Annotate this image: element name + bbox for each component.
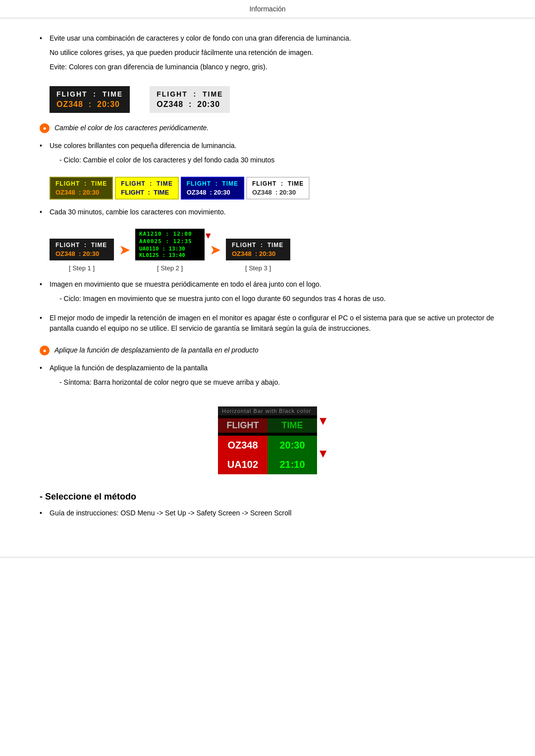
select-method-bullet: • Guía de instrucciones: OSD Menu -> Set…: [40, 508, 495, 522]
bullet-text-1: Evite usar una combinación de caracteres…: [50, 33, 495, 76]
hbar-display: Horizontal Bar with Black color FLIGHT T…: [218, 406, 317, 474]
step-area: FLIGHT : TIME OZ348 : 20:30 [ Step 1 ] ➤…: [50, 229, 495, 272]
circle-note-1-text: Cambie el color de los caracteres periód…: [54, 123, 209, 133]
flight-box-light: FLIGHT : TIME OZ348 : 20:30: [150, 86, 230, 113]
hbar-title-text: Horizontal Bar with Black color: [222, 408, 311, 414]
circle-note-2-text: Aplique la función de desplazamiento de …: [54, 345, 259, 355]
bullet4-sub1: - Ciclo: Imagen en movimiento que se mue…: [59, 294, 495, 304]
bullet3-main: Cada 30 minutos, cambie los caracteres c…: [50, 207, 495, 217]
hbar-row1: FLIGHT TIME: [218, 418, 317, 433]
hbar-row2-right: 20:30: [268, 436, 317, 455]
bullet-dot-5: •: [40, 314, 50, 322]
step2-down-arrow: ▼: [204, 231, 213, 241]
blue-row2: OZ348 : 20:30: [187, 189, 238, 196]
main-content: • Evite usar una combinación de caracter…: [0, 18, 535, 542]
step1-to-step2-arrow: ➤: [119, 242, 130, 258]
bullet-text-4: Imagen en movimiento que se muestra peri…: [50, 279, 495, 308]
step1-label: [ Step 1 ]: [69, 264, 95, 272]
step2-row1: KA1210 : 12:00: [139, 231, 201, 237]
bullet-dot-1: •: [40, 34, 50, 42]
bullet-item-3: • Cada 30 minutos, cambie los caracteres…: [40, 207, 495, 221]
bullet5-main: El mejor modo de impedir la retención de…: [50, 313, 495, 334]
step-box-1: FLIGHT : TIME OZ348 : 20:30 [ Step 1 ]: [50, 239, 114, 272]
bullet6-sub1: - Síntoma: Barra horizontal de color neg…: [59, 377, 495, 388]
step3-row2: OZ348 : 20:30: [232, 250, 284, 257]
hbar-row2: OZ348 20:30: [218, 436, 317, 455]
yellow-row1: FLIGHT : TIME: [121, 180, 172, 187]
bullet6-main: Aplique la función de desplazamiento de …: [50, 363, 495, 373]
bullet2-main: Use colores brillantes con pequeña difer…: [50, 141, 495, 151]
bullet1-sub2: Evite: Colores con gran diferencia de lu…: [50, 62, 495, 72]
hbar-row3: UA102 21:10: [218, 455, 317, 474]
color-cycle-area: FLIGHT : TIME OZ348 : 20:30 FLIGHT : TIM…: [50, 177, 495, 200]
color-box-green: FLIGHT : TIME OZ348 : 20:30: [50, 177, 113, 200]
step2-to-step3-arrow: ➤: [210, 242, 221, 258]
hbar-row3-right: 21:10: [268, 455, 317, 474]
hbar-title-row: Horizontal Bar with Black color: [218, 406, 317, 415]
color-box-yellow: FLIGHT : TIME FLIGHT : TIME: [115, 177, 178, 200]
header-title: Información: [249, 5, 285, 13]
hbar-row1-right: TIME: [268, 418, 317, 433]
select-method-section: - Seleccione el método • Guía de instruc…: [40, 492, 495, 522]
circle-icon-1: ●: [40, 123, 50, 133]
yellow-row2: FLIGHT : TIME: [121, 189, 172, 196]
bullet-item-1: • Evite usar una combinación de caracter…: [40, 33, 495, 76]
color-box-blue: FLIGHT : TIME OZ348 : 20:30: [181, 177, 244, 200]
bullet1-sub1: No utilice colores grises, ya que pueden…: [50, 48, 495, 58]
step2-row2: UA0110 : 13:30: [139, 246, 201, 252]
step2-container: KA1210 : 12:00 AA0025 : 12:35 UA0110 : 1…: [135, 229, 205, 260]
step3-row1: FLIGHT : TIME: [232, 242, 284, 249]
display-comparison: FLIGHT : TIME OZ348 : 20:30 FLIGHT : TIM…: [50, 86, 495, 113]
step3-label: [ Step 3 ]: [245, 264, 271, 272]
bullet4-main: Imagen en movimiento que se muestra peri…: [50, 279, 495, 290]
bullet-text-5: El mejor modo de impedir la retención de…: [50, 313, 495, 338]
bullet-item-4: • Imagen en movimiento que se muestra pe…: [40, 279, 495, 308]
blue-row1: FLIGHT : TIME: [187, 180, 238, 187]
select-method-title: - Seleccione el método: [40, 492, 495, 502]
hbar-row1-left: FLIGHT: [218, 418, 268, 433]
bullet1-main: Evite usar una combinación de caracteres…: [50, 33, 495, 44]
bullet2-sub1: - Ciclo: Cambie el color de los caracter…: [59, 155, 495, 165]
circle-icon-2: ●: [40, 346, 50, 355]
hbar-container: Horizontal Bar with Black color FLIGHT T…: [218, 399, 317, 482]
page-footer: [0, 557, 535, 562]
dark-box-row1: FLIGHT : TIME: [56, 90, 123, 98]
step1-display: FLIGHT : TIME OZ348 : 20:30: [50, 239, 114, 260]
green-row1: FLIGHT : TIME: [55, 180, 107, 187]
hbar-arrow-2: ▼: [317, 447, 329, 460]
step-box-3: FLIGHT : TIME OZ348 : 20:30 [ Step 3 ]: [226, 239, 290, 272]
step2-display: KA1210 : 12:00 AA0025 : 12:35 UA0110 : 1…: [135, 229, 205, 260]
dark-box-row2: OZ348 : 20:30: [56, 100, 123, 109]
select-bullet-dot: •: [40, 509, 50, 517]
bullet-dot-3: •: [40, 208, 50, 216]
bullet-item-2: • Use colores brillantes con pequeña dif…: [40, 141, 495, 169]
circle-note-1: ● Cambie el color de los caracteres peri…: [40, 123, 495, 133]
step2-row1b: AA0025 : 12:35: [139, 238, 201, 245]
bullet-item-6: • Aplique la función de desplazamiento d…: [40, 363, 495, 392]
hbar-arrows: ▼ ▼: [317, 414, 329, 460]
white-row1: FLIGHT : TIME: [252, 180, 304, 187]
hbar-row3-left: UA102: [218, 455, 268, 474]
bullet-dot-6: •: [40, 364, 50, 372]
hbar-wrapper: Horizontal Bar with Black color FLIGHT T…: [40, 399, 495, 482]
step2-label: [ Step 2 ]: [157, 264, 183, 272]
step-box-2: KA1210 : 12:00 AA0025 : 12:35 UA0110 : 1…: [135, 229, 205, 272]
bullet-item-5: • El mejor modo de impedir la retención …: [40, 313, 495, 338]
circle-note-2: ● Aplique la función de desplazamiento d…: [40, 345, 495, 355]
hbar-row2-left: OZ348: [218, 436, 268, 455]
color-box-white: FLIGHT : TIME OZ348 : 20:30: [246, 177, 310, 200]
bullet-text-2: Use colores brillantes con pequeña difer…: [50, 141, 495, 169]
light-box-row1: FLIGHT : TIME: [157, 90, 223, 98]
green-row2: OZ348 : 20:30: [55, 189, 107, 196]
select-method-text: Guía de instrucciones: OSD Menu -> Set U…: [50, 508, 291, 518]
step2-row2b: KL0125 : 13:40: [139, 252, 201, 258]
step3-display: FLIGHT : TIME OZ348 : 20:30: [226, 239, 290, 260]
bullet-dot-2: •: [40, 142, 50, 150]
bullet-text-6: Aplique la función de desplazamiento de …: [50, 363, 495, 392]
white-row2: OZ348 : 20:30: [252, 189, 304, 196]
flight-box-dark: FLIGHT : TIME OZ348 : 20:30: [50, 86, 130, 113]
hbar-arrow-1: ▼: [317, 414, 329, 428]
bullet-dot-4: •: [40, 280, 50, 288]
step1-row2: OZ348 : 20:30: [55, 250, 108, 257]
bullet-text-3: Cada 30 minutos, cambie los caracteres c…: [50, 207, 495, 221]
